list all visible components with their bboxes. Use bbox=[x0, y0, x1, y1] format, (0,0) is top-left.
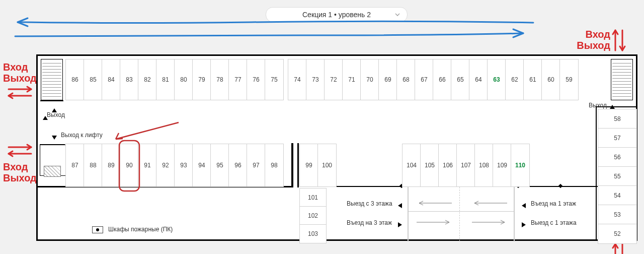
swap-arrows-left2 bbox=[6, 143, 34, 159]
parking-space-76[interactable]: 76 bbox=[247, 59, 266, 100]
parking-space-52[interactable]: 52 bbox=[598, 224, 637, 244]
parking-space-102[interactable]: 102 bbox=[299, 206, 327, 225]
swap-arrows-left1 bbox=[6, 85, 34, 101]
parking-space-94[interactable]: 94 bbox=[192, 144, 211, 187]
parking-space-92[interactable]: 92 bbox=[156, 144, 175, 187]
parking-space-67[interactable]: 67 bbox=[415, 59, 434, 100]
legend-icon-fire-cabinet bbox=[92, 226, 103, 233]
parking-space-55[interactable]: 55 bbox=[598, 166, 637, 186]
parking-space-105[interactable]: 105 bbox=[420, 144, 439, 187]
ramp-label-in3: Въезд на 3 этаж bbox=[347, 219, 392, 226]
parking-space-59[interactable]: 59 bbox=[559, 59, 579, 100]
parking-space-72[interactable]: 72 bbox=[324, 59, 343, 100]
parking-space-58[interactable]: 58 bbox=[598, 109, 637, 129]
level-selector[interactable]: Секция 1 • уровень 2 bbox=[266, 7, 408, 22]
parking-space-106[interactable]: 106 bbox=[438, 144, 457, 187]
exit-to-lift-label: Выход к лифту bbox=[61, 132, 103, 139]
parking-space-96[interactable]: 96 bbox=[228, 144, 248, 187]
entrance-arrows-topright bbox=[611, 28, 626, 53]
parking-space-97[interactable]: 97 bbox=[247, 144, 266, 187]
parking-space-53[interactable]: 53 bbox=[598, 205, 637, 225]
parking-space-82[interactable]: 82 bbox=[138, 59, 157, 100]
parking-space-88[interactable]: 88 bbox=[84, 144, 103, 187]
parking-space-86[interactable]: 86 bbox=[65, 59, 85, 100]
parking-space-62[interactable]: 62 bbox=[505, 59, 524, 100]
parking-space-74[interactable]: 74 bbox=[288, 59, 307, 100]
annotation-entrance-topright-in: Вход bbox=[586, 29, 610, 40]
parking-space-103[interactable]: 103 bbox=[299, 224, 327, 243]
parking-space-90[interactable]: 90 bbox=[120, 144, 139, 187]
parking-space-85[interactable]: 85 bbox=[84, 59, 103, 100]
parking-space-75[interactable]: 75 bbox=[265, 59, 284, 100]
parking-space-54[interactable]: 54 bbox=[598, 185, 637, 206]
parking-space-80[interactable]: 80 bbox=[174, 59, 193, 100]
legend-fire-cabinet: Шкафы пожарные (ПК) bbox=[108, 226, 173, 233]
parking-space-107[interactable]: 107 bbox=[456, 144, 475, 187]
parking-space-73[interactable]: 73 bbox=[306, 59, 325, 100]
parking-space-70[interactable]: 70 bbox=[360, 59, 379, 100]
parking-space-101[interactable]: 101 bbox=[299, 188, 327, 207]
parking-space-91[interactable]: 91 bbox=[138, 144, 157, 187]
parking-space-83[interactable]: 83 bbox=[120, 59, 139, 100]
parking-space-109[interactable]: 109 bbox=[493, 144, 512, 187]
parking-space-87[interactable]: 87 bbox=[65, 144, 85, 187]
parking-space-57[interactable]: 57 bbox=[598, 128, 637, 148]
parking-space-108[interactable]: 108 bbox=[474, 144, 494, 187]
ramp-label-out3: Выезд с 3 этажа bbox=[347, 200, 392, 207]
parking-space-60[interactable]: 60 bbox=[541, 59, 560, 100]
floor-plan: Выход Выход Выход к лифту Шкафы пожарные… bbox=[36, 54, 637, 241]
parking-space-61[interactable]: 61 bbox=[523, 59, 542, 100]
chevron-down-icon bbox=[395, 12, 400, 17]
parking-space-81[interactable]: 81 bbox=[156, 59, 175, 100]
ramp-label-out1: Выезд с 1 этажа bbox=[531, 219, 577, 226]
parking-space-79[interactable]: 79 bbox=[192, 59, 211, 100]
annotation-entrance-left2-in: Вход bbox=[3, 161, 28, 172]
ramp-label-in1: Въезд на 1 этаж bbox=[531, 200, 576, 207]
parking-space-93[interactable]: 93 bbox=[174, 144, 193, 187]
parking-space-68[interactable]: 68 bbox=[396, 59, 416, 100]
parking-space-65[interactable]: 65 bbox=[451, 59, 470, 100]
parking-space-84[interactable]: 84 bbox=[102, 59, 121, 100]
parking-space-89[interactable]: 89 bbox=[102, 144, 121, 187]
parking-space-71[interactable]: 71 bbox=[342, 59, 361, 100]
parking-space-95[interactable]: 95 bbox=[210, 144, 229, 187]
annotation-entrance-left2-out: Выход bbox=[3, 172, 37, 183]
annotation-entrance-left1-in: Вход bbox=[3, 61, 28, 73]
parking-space-66[interactable]: 66 bbox=[433, 59, 452, 100]
annotation-entrance-topright-out: Выход bbox=[577, 40, 610, 51]
parking-space-63[interactable]: 63 bbox=[487, 59, 506, 100]
parking-space-100[interactable]: 100 bbox=[317, 144, 337, 187]
parking-space-56[interactable]: 56 bbox=[598, 147, 637, 167]
parking-space-77[interactable]: 77 bbox=[228, 59, 248, 100]
entrance-arrows-bottomright bbox=[611, 243, 626, 254]
parking-space-110[interactable]: 110 bbox=[511, 144, 530, 187]
parking-space-98[interactable]: 98 bbox=[265, 144, 284, 187]
annotation-entrance-left1-out: Выход bbox=[3, 73, 37, 84]
parking-space-64[interactable]: 64 bbox=[469, 59, 488, 100]
parking-space-69[interactable]: 69 bbox=[378, 59, 397, 100]
parking-space-104[interactable]: 104 bbox=[402, 144, 421, 187]
stair-exit-text-right: Выход bbox=[589, 102, 607, 109]
parking-space-99[interactable]: 99 bbox=[299, 144, 318, 187]
level-selector-label: Секция 1 • уровень 2 bbox=[302, 11, 371, 19]
parking-space-78[interactable]: 78 bbox=[210, 59, 229, 100]
